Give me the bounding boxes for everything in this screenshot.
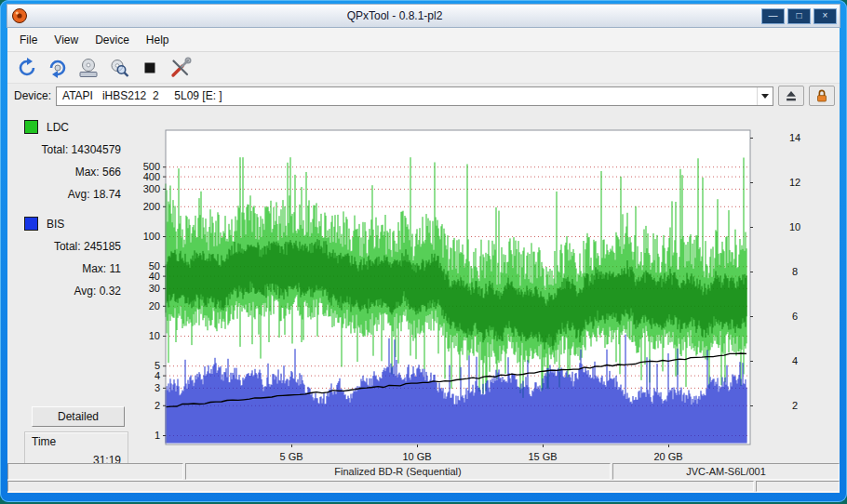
circular-arrow-icon (16, 57, 38, 79)
svg-text:2: 2 (792, 400, 798, 411)
maximize-button[interactable]: □ (787, 8, 811, 24)
ldc-max: Max: 566 (7, 161, 140, 183)
bis-total: Total: 245185 (7, 235, 140, 258)
magnifier-icon (108, 57, 130, 79)
app-icon (11, 7, 28, 24)
ldc-total: Total: 14304579 (7, 139, 140, 161)
svg-text:20: 20 (149, 300, 160, 312)
close-button[interactable]: × (813, 8, 837, 24)
svg-text:5: 5 (155, 360, 160, 371)
svg-text:5 GB: 5 GB (279, 451, 302, 462)
quality-scan-chart: 1234510203040501002003004005002468101214… (140, 108, 840, 463)
stop-square-icon (139, 57, 161, 79)
settings-tools-icon[interactable] (168, 55, 194, 81)
svg-text:8: 8 (792, 266, 798, 277)
eject-icon (783, 87, 800, 104)
drive-media-icon[interactable] (75, 55, 101, 81)
lock-button[interactable] (809, 86, 835, 106)
bis-label: BIS (47, 218, 64, 231)
ldc-avg: Avg: 18.74 (7, 183, 140, 206)
device-combobox[interactable]: ATAPI iHBS212 2 5L09 [E: ] (56, 86, 773, 106)
svg-text:2: 2 (155, 400, 160, 411)
lock-icon (813, 87, 830, 104)
svg-text:1: 1 (155, 430, 160, 441)
detailed-button[interactable]: Detailed (32, 406, 125, 427)
svg-text:12: 12 (789, 177, 800, 188)
menu-help[interactable]: Help (138, 30, 178, 50)
status-media-id: JVC-AM-S6L/001 (612, 463, 840, 480)
circular-arrow-disc-icon (47, 57, 69, 79)
window-frame: QPxTool - 0.8.1-pl2 — □ × File View Devi… (0, 0, 847, 502)
svg-text:300: 300 (143, 183, 160, 194)
chart-area: 1234510203040501002003004005002468101214… (140, 108, 840, 462)
status-size-grip (756, 481, 840, 492)
statusbar: Finalized BD-R (Sequential) JVC-AM-S6L/0… (7, 462, 840, 481)
drive-icon (77, 57, 100, 79)
toolbar (7, 52, 840, 84)
svg-text:10: 10 (789, 221, 800, 232)
time-label: Time (32, 435, 121, 448)
combobox-dropdown-zone[interactable] (757, 87, 773, 105)
svg-text:15 GB: 15 GB (528, 451, 557, 462)
svg-text:200: 200 (143, 201, 160, 212)
svg-text:100: 100 (143, 231, 160, 242)
statusbar-bottom (7, 481, 840, 493)
eject-button[interactable] (778, 86, 804, 106)
window-body: File View Device Help (7, 28, 840, 493)
svg-text:4: 4 (792, 355, 798, 366)
device-combobox-value: ATAPI iHBS212 2 5L09 [E: ] (62, 89, 222, 102)
minimize-button[interactable]: — (761, 8, 785, 24)
legend-sidebar: LDC Total: 14304579 Max: 566 Avg: 18.74 … (7, 108, 140, 462)
titlebar[interactable]: QPxTool - 0.8.1-pl2 — □ × (7, 4, 840, 28)
chevron-down-icon (761, 94, 769, 99)
stop-icon[interactable] (137, 55, 163, 81)
svg-text:20 GB: 20 GB (653, 451, 682, 462)
menu-view[interactable]: View (46, 30, 87, 50)
menu-file[interactable]: File (11, 30, 46, 50)
search-disc-icon[interactable] (106, 55, 132, 81)
svg-text:30: 30 (149, 283, 160, 294)
status-cell-wide (7, 481, 754, 492)
svg-text:10 GB: 10 GB (402, 451, 431, 462)
status-media-type: Finalized BD-R (Sequential) (185, 463, 611, 480)
main-area: LDC Total: 14304579 Max: 566 Avg: 18.74 … (7, 108, 840, 462)
device-label: Device: (14, 89, 51, 102)
bis-avg: Avg: 0.32 (7, 280, 140, 302)
svg-text:6: 6 (792, 311, 798, 322)
svg-text:14: 14 (789, 132, 800, 143)
verify-disc-icon[interactable] (45, 55, 71, 81)
ldc-legend: LDC (24, 119, 140, 135)
bis-color-swatch (24, 217, 38, 231)
window-title: QPxTool - 0.8.1-pl2 (28, 9, 761, 22)
ldc-label: LDC (47, 121, 69, 134)
bis-max: Max: 11 (7, 258, 140, 280)
svg-text:10: 10 (149, 330, 160, 341)
status-cell-left (7, 463, 183, 480)
menubar: File View Device Help (7, 28, 840, 52)
device-row: Device: ATAPI iHBS212 2 5L09 [E: ] (7, 84, 840, 108)
svg-text:500: 500 (143, 161, 160, 172)
svg-text:400: 400 (143, 171, 160, 182)
bis-legend: BIS (24, 216, 140, 232)
svg-text:40: 40 (149, 271, 160, 282)
menu-device[interactable]: Device (87, 30, 138, 50)
svg-text:4: 4 (155, 370, 160, 381)
desktop: QPxTool - 0.8.1-pl2 — □ × File View Devi… (0, 0, 847, 504)
scan-refresh-icon[interactable] (14, 55, 40, 81)
ldc-color-swatch (24, 120, 38, 134)
svg-text:3: 3 (155, 382, 160, 393)
crossed-tools-icon (169, 57, 192, 79)
svg-text:50: 50 (149, 260, 160, 272)
